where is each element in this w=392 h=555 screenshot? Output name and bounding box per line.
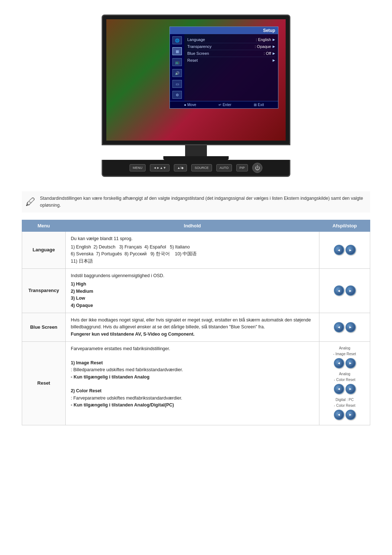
content-bluescreen: Hvis der ikke modtages noget signal, ell… <box>66 313 319 341</box>
reset-intro: Farveparametre erstattes med fabriksinds… <box>71 346 170 351</box>
label-analog-image: Analog- Image Reset <box>324 345 365 357</box>
osd-label-bluescreen: Blue Screen <box>187 51 209 56</box>
prev-btn-color-reset-analog[interactable]: ◄ <box>334 384 344 394</box>
osd-value-reset: ▶ <box>273 58 275 62</box>
osd-label-language: Language <box>187 37 205 42</box>
osd-row-transparency: Transparency : Opaque ▶ <box>187 43 275 50</box>
osd-row-bluescreen: Blue Screen : Off ▶ <box>187 50 275 57</box>
header-indhold: Indhold <box>66 220 319 231</box>
osd-value-bluescreen: : Off ▶ <box>264 51 275 56</box>
language-intro: Du kan vælge blandt 11 sprog. <box>71 236 132 241</box>
osd-footer: ● Move ↵ Enter ⊞ Exit <box>170 101 278 108</box>
btn-pair-bluescreen: ◄ ► <box>324 322 365 332</box>
btn-pair-language: ◄ ► <box>324 245 365 255</box>
osd-arrow-language: ▶ <box>273 38 275 41</box>
menu-label-reset: Reset <box>22 342 66 425</box>
menu-label-transparency: Transparency <box>22 269 66 313</box>
monitor-neck <box>185 145 207 156</box>
afspil-color-reset-digital: Digital : PC- Color Reset ◄ ► <box>324 397 365 420</box>
table-header-row: Menu Indhold Afspil/stop <box>22 220 370 231</box>
afspil-language: ◄ ► <box>319 231 370 269</box>
prev-btn-bluescreen[interactable]: ◄ <box>334 322 344 332</box>
next-btn-language[interactable]: ► <box>346 245 356 255</box>
header-afspil: Afspil/stop <box>319 220 370 231</box>
osd-icon-settings: ⚙ <box>172 91 182 99</box>
osd-icon-transparency: ▦ <box>172 47 182 55</box>
note-text: Standardindstillingen kan være forskelli… <box>40 195 367 209</box>
enter-label: Enter <box>222 103 231 107</box>
prev-btn-transparency[interactable]: ◄ <box>334 285 344 296</box>
monitor-screen: Setup 🌐 ▦ 📺 🔊 ▭ ⚙ Language <box>106 19 286 141</box>
note-section: 🖊 Standardindstillingen kan være forskel… <box>22 191 370 212</box>
menu-label-bluescreen: Blue Screen <box>22 313 66 341</box>
transparency-options: 1) High 2) Medium 3) Low 4) Opaque <box>71 281 93 309</box>
exit-label: Exit <box>258 103 264 107</box>
osd-arrow-transparency: ▶ <box>273 45 275 48</box>
language-list: 1) English 2) Deutsch 3) Français 4) Esp… <box>71 244 197 265</box>
afspil-image-reset: Analog- Image Reset ◄ ► <box>324 345 365 368</box>
btn-pair-transparency: ◄ ► <box>324 285 365 296</box>
content-transparency: Indstil baggrundens uigennemsigtighed i … <box>66 269 319 313</box>
exit-icon: ⊞ <box>254 103 257 107</box>
pip-button[interactable]: PIP <box>236 164 248 171</box>
osd-menu: Setup 🌐 ▦ 📺 🔊 ▭ ⚙ Language <box>170 27 278 109</box>
menu-button[interactable]: MENU <box>130 164 146 171</box>
monitor-wrapper: Setup 🌐 ▦ 📺 🔊 ▭ ⚙ Language <box>102 15 290 177</box>
reset-image-section: 1) Image Reset : Billedparametre udskift… <box>71 360 183 380</box>
note-icon: 🖊 <box>25 196 36 208</box>
osd-arrow-reset: ▶ <box>273 58 275 62</box>
next-btn-bluescreen[interactable]: ► <box>346 322 356 332</box>
osd-icon-sound: 🔊 <box>172 69 182 77</box>
reset-color-section: 2) Color Reset : Farveparametre udskifte… <box>71 388 182 408</box>
content-reset: Farveparametre erstattes med fabriksinds… <box>66 342 319 425</box>
next-btn-color-reset-analog[interactable]: ► <box>346 384 356 394</box>
next-btn-color-reset-digital[interactable]: ► <box>346 410 356 420</box>
power-button[interactable]: ⏻ <box>252 163 262 173</box>
osd-value-transparency: : Opaque ▶ <box>255 44 275 49</box>
monitor-base <box>163 156 229 160</box>
adjust-button[interactable]: ▲/◆ <box>174 164 187 171</box>
afspil-color-reset-analog: Analog- Color Reset ◄ ► <box>324 371 365 394</box>
btn-pair-color-reset-analog: ◄ ► <box>324 384 365 394</box>
monitor-body: Setup 🌐 ▦ 📺 🔊 ▭ ⚙ Language <box>102 15 290 145</box>
transparency-intro: Indstil baggrundens uigennemsigtighed i … <box>71 273 164 278</box>
bluescreen-text: Hvis der ikke modtages noget signal, ell… <box>71 317 311 337</box>
next-btn-transparency[interactable]: ► <box>346 285 356 296</box>
table-row-language: Language Du kan vælge blandt 11 sprog. 1… <box>22 231 370 269</box>
table-row-transparency: Transparency Indstil baggrundens uigenne… <box>22 269 370 313</box>
monitor-controls: MENU ◄►▲▼ ▲/◆ SOURCE AUTO PIP ⏻ <box>102 160 290 177</box>
osd-footer-move: ● Move <box>184 103 196 107</box>
next-btn-image-reset[interactable]: ► <box>346 358 356 368</box>
osd-icon-bluescreen: 📺 <box>172 58 182 66</box>
prev-btn-color-reset-digital[interactable]: ◄ <box>334 410 344 420</box>
osd-footer-enter: ↵ Enter <box>219 103 231 107</box>
enter-icon: ↵ <box>219 103 221 107</box>
osd-label-transparency: Transparency <box>187 44 212 49</box>
osd-content: Language : English ▶ Transparency : Opaq… <box>184 34 278 101</box>
afspil-transparency: ◄ ► <box>319 269 370 313</box>
auto-button[interactable]: AUTO <box>216 164 232 171</box>
osd-value-language: : English ▶ <box>256 37 275 42</box>
table-row-reset: Reset Farveparametre erstattes med fabri… <box>22 342 370 425</box>
osd-label-reset: Reset <box>187 58 198 62</box>
prev-btn-image-reset[interactable]: ◄ <box>334 358 344 368</box>
osd-icon-language: 🌐 <box>172 36 182 44</box>
prev-btn-language[interactable]: ◄ <box>334 245 344 255</box>
menu-label-language: Language <box>22 231 66 269</box>
table-row-bluescreen: Blue Screen Hvis der ikke modtages noget… <box>22 313 370 341</box>
osd-title: Setup <box>170 27 278 34</box>
source-button[interactable]: SOURCE <box>191 164 212 171</box>
osd-sidebar: 🌐 ▦ 📺 🔊 ▭ ⚙ <box>170 34 184 101</box>
direction-button[interactable]: ◄►▲▼ <box>150 164 170 171</box>
move-icon: ● <box>184 103 186 107</box>
move-label: Move <box>187 103 196 107</box>
osd-row-reset: Reset ▶ <box>187 57 275 64</box>
label-digital-color: Digital : PC- Color Reset <box>324 397 365 408</box>
osd-arrow-bluescreen: ▶ <box>273 52 275 55</box>
btn-pair-image-reset: ◄ ► <box>324 358 365 368</box>
osd-row-language: Language : English ▶ <box>187 36 275 43</box>
info-table: Menu Indhold Afspil/stop Language Du kan… <box>22 220 370 426</box>
btn-pair-color-reset-digital: ◄ ► <box>324 410 365 420</box>
afspil-bluescreen: ◄ ► <box>319 313 370 341</box>
afspil-reset: Analog- Image Reset ◄ ► Analog- Color Re… <box>319 342 370 425</box>
